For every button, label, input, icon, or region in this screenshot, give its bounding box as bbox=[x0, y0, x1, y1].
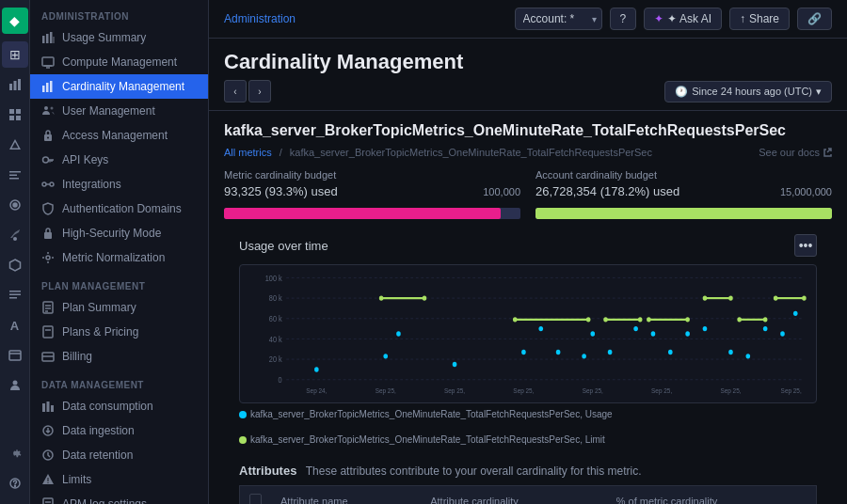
nav-item-plan-summary[interactable]: Plan Summary bbox=[30, 295, 208, 320]
svg-text:12:00pm: 12:00pm bbox=[650, 394, 674, 395]
grid-icon[interactable] bbox=[2, 102, 28, 128]
telescope-icon[interactable] bbox=[2, 222, 28, 248]
attr-name-header: Attribute name bbox=[271, 486, 421, 505]
chart-bar-icon[interactable] bbox=[2, 71, 28, 98]
nav-item-auth-domains[interactable]: Authentication Domains bbox=[30, 197, 208, 221]
nav-item-cardinality-management[interactable]: Cardinality Management bbox=[30, 74, 208, 99]
metric-budget-card: Metric cardinality budget 93,325 (93.3%)… bbox=[224, 169, 520, 219]
svg-point-115 bbox=[774, 295, 778, 300]
nav-label-plan-summary: Plan Summary bbox=[62, 301, 136, 314]
svg-rect-7 bbox=[9, 171, 21, 173]
person-icon[interactable] bbox=[2, 372, 28, 399]
checkbox-header bbox=[240, 486, 272, 505]
plan-section-title: PLAN MANAGEMENT bbox=[30, 270, 208, 295]
svg-rect-53 bbox=[42, 403, 45, 412]
nav-label-integrations: Integrations bbox=[62, 178, 121, 191]
time-range-button[interactable]: 🕐 Since 24 hours ago (UTC) ▾ bbox=[664, 81, 832, 102]
svg-rect-1 bbox=[13, 81, 16, 90]
clock-icon: 🕐 bbox=[675, 86, 688, 98]
gear-icon[interactable] bbox=[2, 440, 28, 466]
svg-point-79 bbox=[453, 362, 457, 367]
browser-icon[interactable] bbox=[2, 342, 28, 369]
data-section-title: DATA MANAGEMENT bbox=[30, 369, 208, 394]
share-button[interactable]: ↑ Share bbox=[729, 8, 790, 30]
top-bar-right: Account: * ▾ ? ✦ ✦ Ask AI ↑ Share 🔗 bbox=[515, 8, 832, 30]
account-select[interactable]: Account: * bbox=[515, 8, 602, 30]
svg-text:3:00am: 3:00am bbox=[444, 394, 465, 395]
ask-ai-button[interactable]: ✦ ✦ Ask AI bbox=[644, 8, 722, 30]
next-arrow[interactable]: › bbox=[248, 80, 271, 102]
brand-icon[interactable]: ◆ bbox=[2, 8, 28, 34]
svg-point-21 bbox=[14, 486, 15, 487]
svg-text:0: 0 bbox=[279, 375, 283, 385]
nav-item-user-management[interactable]: User Management bbox=[30, 99, 208, 123]
breadcrumb[interactable]: Administration bbox=[224, 12, 296, 25]
link-button[interactable]: 🔗 bbox=[797, 8, 832, 30]
nav-item-high-security[interactable]: High-Security Mode bbox=[30, 221, 208, 245]
svg-point-95 bbox=[793, 311, 798, 316]
nav-item-metric-normalization[interactable]: Metric Normalization bbox=[30, 245, 208, 270]
svg-point-90 bbox=[703, 326, 708, 331]
prev-arrow[interactable]: ‹ bbox=[224, 80, 247, 102]
svg-rect-23 bbox=[46, 34, 49, 43]
query-icon[interactable] bbox=[2, 162, 28, 188]
hexagon-icon[interactable] bbox=[2, 252, 28, 278]
legend-limit-label: kafka_server_BrokerTopicMetrics_OneMinut… bbox=[250, 434, 605, 445]
see-docs-link[interactable]: See our docs bbox=[759, 147, 832, 158]
nav-item-integrations[interactable]: Integrations bbox=[30, 172, 208, 197]
nav-item-apm-logs[interactable]: APM log settings bbox=[30, 492, 208, 504]
alert-icon[interactable] bbox=[2, 132, 28, 158]
nav-item-usage-summary[interactable]: Usage Summary bbox=[30, 25, 208, 50]
circle-dot-icon[interactable] bbox=[2, 192, 28, 218]
select-all-checkbox[interactable] bbox=[249, 494, 262, 504]
metric-budget-label: Metric cardinality budget bbox=[224, 169, 520, 181]
attributes-table: Attribute name Attribute cardinality % o… bbox=[239, 485, 817, 504]
chart-area: 100 k 80 k 60 k 40 k 20 k 0 bbox=[239, 264, 817, 403]
all-metrics-link[interactable]: All metrics bbox=[224, 147, 272, 158]
nav-item-limits[interactable]: Limits bbox=[30, 467, 208, 492]
svg-point-84 bbox=[590, 331, 595, 336]
share-icon: ↑ bbox=[740, 12, 745, 25]
svg-text:12:00am: 12:00am bbox=[374, 394, 397, 395]
nav-item-access-management[interactable]: Access Management bbox=[30, 123, 208, 148]
chart-menu-button[interactable]: ••• bbox=[794, 234, 817, 257]
help-button[interactable]: ? bbox=[610, 8, 637, 30]
nav-item-api-keys[interactable]: API Keys bbox=[30, 148, 208, 172]
account-bar-track bbox=[535, 208, 832, 219]
account-max-value: 15,000,000 bbox=[780, 186, 832, 197]
nav-item-data-consumption[interactable]: Data consumption bbox=[30, 394, 208, 418]
nav-item-data-retention[interactable]: Data retention bbox=[30, 443, 208, 467]
attributes-header: Attributes These attributes contribute t… bbox=[239, 464, 817, 478]
nav-item-plans-pricing[interactable]: Plans & Pricing bbox=[30, 320, 208, 344]
svg-point-112 bbox=[737, 317, 742, 322]
help-circle-icon[interactable] bbox=[2, 470, 28, 496]
nav-item-data-ingestion[interactable]: Data ingestion bbox=[30, 418, 208, 443]
svg-rect-26 bbox=[42, 57, 54, 66]
svg-point-35 bbox=[47, 137, 49, 139]
legend-usage-label: kafka_server_BrokerTopicMetrics_OneMinut… bbox=[250, 409, 613, 419]
svg-point-82 bbox=[556, 350, 561, 354]
svg-text:6:00pm: 6:00pm bbox=[781, 394, 802, 395]
svg-point-103 bbox=[603, 317, 608, 322]
svg-point-94 bbox=[780, 331, 785, 336]
svg-text:100 k: 100 k bbox=[265, 274, 283, 283]
nav-label-data-ingestion: Data ingestion bbox=[62, 424, 135, 437]
chart-section: Usage over time ••• 100 k 80 k 60 k 40 k bbox=[224, 234, 832, 456]
svg-point-104 bbox=[638, 317, 643, 322]
budget-row: Metric cardinality budget 93,325 (93.3%)… bbox=[224, 169, 832, 219]
a-icon[interactable]: A bbox=[2, 312, 28, 339]
metric-section: kafka_server_BrokerTopicMetrics_OneMinut… bbox=[209, 111, 847, 504]
main-content: Administration Account: * ▾ ? ✦ ✦ Ask AI… bbox=[209, 0, 847, 504]
nav-label-usage-summary: Usage Summary bbox=[62, 31, 146, 44]
svg-point-89 bbox=[685, 331, 690, 336]
lines-icon[interactable] bbox=[2, 282, 28, 308]
svg-text:6:00am: 6:00am bbox=[514, 394, 535, 395]
svg-point-87 bbox=[651, 331, 656, 336]
chart-header: Usage over time ••• bbox=[239, 234, 817, 257]
home-icon[interactable]: ⊞ bbox=[2, 41, 28, 68]
nav-controls: ‹ › 🕐 Since 24 hours ago (UTC) ▾ bbox=[224, 80, 832, 102]
nav-item-billing[interactable]: Billing bbox=[30, 344, 208, 369]
svg-point-92 bbox=[746, 354, 751, 358]
svg-point-88 bbox=[668, 350, 673, 354]
nav-item-compute-management[interactable]: Compute Management bbox=[30, 50, 208, 74]
